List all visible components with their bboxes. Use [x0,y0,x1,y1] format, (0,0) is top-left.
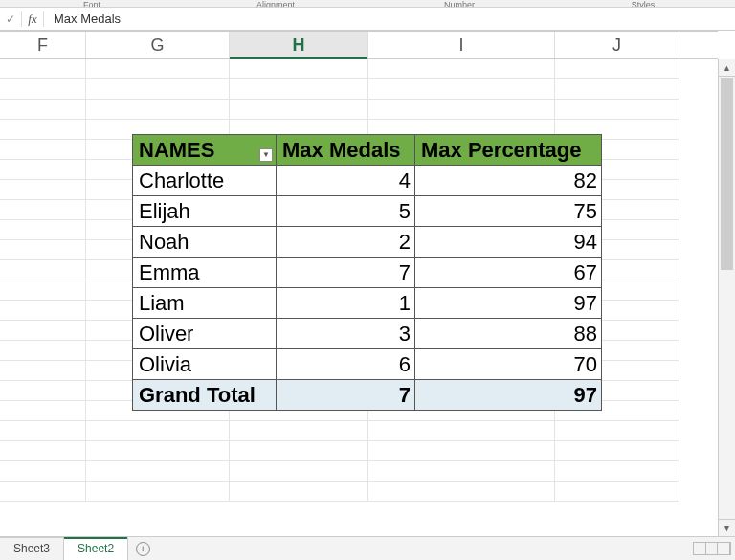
cell[interactable] [0,59,86,79]
cell[interactable] [86,461,230,482]
pivot-cell-medals[interactable]: 5 [277,196,415,227]
cell[interactable] [0,79,86,100]
vertical-scrollbar[interactable]: ▲ ▼ [718,59,735,536]
cell[interactable] [230,461,368,482]
add-sheet-button[interactable]: + [128,537,157,560]
pivot-cell-medals[interactable]: 6 [277,349,415,380]
grid-row[interactable] [0,482,718,502]
pivot-header-pct[interactable]: Max Percentage [415,135,602,166]
cell[interactable] [0,220,86,240]
col-header-F[interactable]: F [0,32,86,58]
cell[interactable] [555,100,679,120]
cell[interactable] [555,421,679,441]
cell[interactable] [86,421,230,441]
cell[interactable] [0,240,86,260]
grid-row[interactable] [0,79,718,100]
pivot-cell-name[interactable]: Elijah [133,196,277,227]
pivot-row[interactable]: Charlotte482 [133,166,602,196]
cell[interactable] [368,100,555,120]
fx-icon[interactable]: fx [22,8,43,30]
pivot-row[interactable]: Noah294 [133,227,602,258]
grid-row[interactable] [0,100,718,120]
pivot-cell-medals[interactable]: 2 [277,227,415,258]
pivot-cell-pct[interactable]: 88 [415,319,602,349]
cell[interactable] [86,482,230,502]
pivot-cell-medals[interactable]: 1 [277,288,415,319]
scroll-up-icon[interactable]: ▲ [719,59,735,77]
pivot-cell-pct[interactable]: 70 [415,349,602,380]
grid-row[interactable] [0,461,718,482]
cell[interactable] [0,421,86,441]
cell[interactable] [368,79,555,100]
col-header-I[interactable]: I [368,32,555,58]
pivot-cell-name[interactable]: Olivia [133,349,277,380]
cell[interactable] [230,441,368,461]
cell[interactable] [0,441,86,461]
cell[interactable] [555,441,679,461]
pivot-row[interactable]: Olivia670 [133,349,602,380]
pivot-cell-pct[interactable]: 97 [415,288,602,319]
cell[interactable] [0,461,86,482]
formula-input[interactable] [44,8,735,30]
cell[interactable] [0,180,86,200]
cell[interactable] [0,100,86,120]
cell[interactable] [555,79,679,100]
cell[interactable] [555,59,679,79]
pivot-cell-name[interactable]: Charlotte [133,166,277,196]
col-header-H[interactable]: H [230,32,368,58]
cell[interactable] [0,260,86,280]
scroll-thumb[interactable] [721,78,733,270]
pivot-cell-name[interactable]: Liam [133,288,277,319]
tab-sheet2[interactable]: Sheet2 [64,537,128,560]
cell[interactable] [0,200,86,220]
cell[interactable] [0,140,86,160]
pivot-cell-name[interactable]: Emma [133,258,277,288]
tab-sheet3[interactable]: Sheet3 [0,537,64,560]
pivot-cell-pct[interactable]: 82 [415,166,602,196]
cell[interactable] [555,461,679,482]
pivot-header-names[interactable]: NAMES ▼ [133,135,277,166]
pivot-cell-pct[interactable]: 67 [415,258,602,288]
check-icon[interactable]: ✓ [0,8,21,30]
cell[interactable] [0,280,86,301]
cell[interactable] [230,100,368,120]
pivot-cell-pct[interactable]: 75 [415,196,602,227]
col-header-J[interactable]: J [555,32,679,58]
cell[interactable] [86,59,230,79]
cell[interactable] [368,461,555,482]
pivot-cell-medals[interactable]: 3 [277,319,415,349]
pivot-row[interactable]: Liam197 [133,288,602,319]
cell[interactable] [368,441,555,461]
scroll-down-icon[interactable]: ▼ [719,519,735,536]
pivot-cell-name[interactable]: Oliver [133,319,277,349]
cell[interactable] [230,59,368,79]
cell[interactable] [0,401,86,421]
cell[interactable] [230,482,368,502]
grid-row[interactable] [0,59,718,79]
pivot-cell-medals[interactable]: 4 [277,166,415,196]
pivot-row[interactable]: Elijah575 [133,196,602,227]
cell[interactable] [555,482,679,502]
cell[interactable] [86,441,230,461]
pivot-cell-medals[interactable]: 7 [277,258,415,288]
grid-row[interactable] [0,441,718,461]
cell[interactable] [368,482,555,502]
cell[interactable] [86,79,230,100]
cell[interactable] [368,421,555,441]
cell[interactable] [230,421,368,441]
cell[interactable] [0,361,86,381]
cell[interactable] [230,79,368,100]
horizontal-scrollbar[interactable] [693,542,731,555]
cell[interactable] [0,120,86,140]
col-header-G[interactable]: G [86,32,230,58]
pivot-cell-pct[interactable]: 94 [415,227,602,258]
cell[interactable] [0,381,86,401]
grand-total-row[interactable]: Grand Total 7 97 [133,380,602,411]
pivot-row[interactable]: Oliver388 [133,319,602,349]
dropdown-icon[interactable]: ▼ [259,148,273,162]
pivot-header-medals[interactable]: Max Medals [277,135,415,166]
grid-row[interactable] [0,421,718,441]
cell[interactable] [0,321,86,341]
pivot-row[interactable]: Emma767 [133,258,602,288]
cell[interactable] [0,160,86,180]
